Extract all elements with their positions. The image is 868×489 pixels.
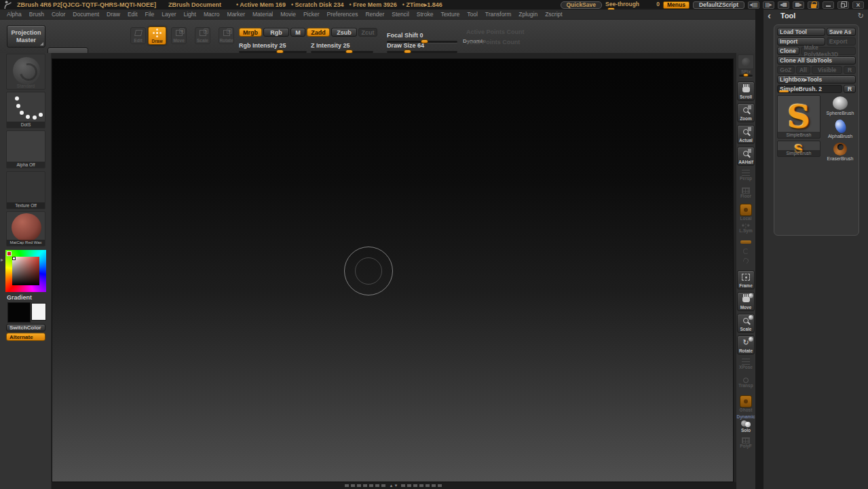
xpose-button[interactable]: XPose	[737, 359, 755, 369]
goz-r-button[interactable]: R	[844, 66, 856, 74]
tool-r-button[interactable]: R	[844, 85, 856, 93]
actual-button[interactable]: Actual	[737, 125, 755, 144]
goz-all-button[interactable]: All	[796, 66, 811, 74]
lock-icon[interactable]	[808, 1, 819, 9]
menu-marker[interactable]: Marker	[227, 11, 245, 18]
zadd-button[interactable]: Zadd	[307, 28, 330, 37]
close-button[interactable]: ×	[852, 1, 864, 9]
menu-draw[interactable]: Draw	[107, 11, 120, 18]
menu-movie[interactable]: Movie	[280, 11, 296, 18]
spix-slider[interactable]: SPix	[737, 54, 755, 77]
transp-button[interactable]: Transp	[737, 378, 755, 388]
aahalf-button[interactable]: AAHalf	[737, 147, 755, 166]
goz-visible-button[interactable]: Visible	[812, 66, 842, 74]
stroke-picker-thumbnail[interactable]: DotS	[6, 92, 45, 128]
menu-alpha[interactable]: Alpha	[7, 11, 22, 18]
next-ui-icon[interactable]: ▤▸	[793, 1, 804, 9]
ghost-button[interactable]: Ghost	[737, 395, 755, 412]
document-canvas[interactable]	[52, 58, 734, 482]
menu-brush[interactable]: Brush	[29, 11, 44, 18]
draw-mode-button[interactable]: Draw	[148, 26, 166, 45]
menu-stroke[interactable]: Stroke	[417, 11, 434, 18]
default-zscript-button[interactable]: DefaultZScript	[693, 1, 744, 9]
alphabrush-thumbnail[interactable]: AlphaBrush	[823, 120, 857, 139]
menu-render[interactable]: Render	[365, 11, 384, 18]
material-picker-thumbnail[interactable]: MatCap Red Wax	[6, 211, 45, 247]
load-tool-button[interactable]: Load Tool	[777, 28, 825, 36]
scale-mode-button[interactable]: S Scale	[195, 27, 210, 44]
frame-button[interactable]: Frame	[737, 270, 755, 289]
spherebrush-thumbnail[interactable]: SphereBrush	[823, 96, 857, 115]
menu-document[interactable]: Document	[73, 11, 99, 18]
menu-transform[interactable]: Transform	[485, 11, 511, 18]
right-tray-toggle-icon[interactable]: |||▸	[763, 1, 774, 9]
menu-file[interactable]: File	[145, 11, 155, 18]
menu-picker[interactable]: Picker	[303, 11, 320, 18]
active-tool-handle[interactable]	[779, 90, 789, 92]
menu-zplugin[interactable]: Zplugin	[518, 11, 537, 18]
clone-button[interactable]: Clone	[777, 47, 799, 55]
floor-button[interactable]: Floor	[737, 187, 755, 198]
active-tool-thumbnail[interactable]: S SimpleBrush	[777, 95, 820, 139]
bottom-tray-divider[interactable]: ▲▼	[52, 482, 736, 489]
polyf-button[interactable]: PolyF	[737, 437, 755, 448]
z-intensity-slider[interactable]: Z Intensity 25	[311, 38, 373, 53]
misc-icon-1[interactable]	[737, 249, 755, 254]
panel-back-chevron-icon[interactable]: ‹	[768, 12, 771, 20]
switch-color-button[interactable]: SwitchColor	[6, 324, 45, 331]
menu-material[interactable]: Material	[252, 11, 273, 18]
minimize-button[interactable]	[823, 1, 834, 9]
m-button[interactable]: M	[290, 28, 305, 37]
secondary-color-swatch[interactable]	[31, 303, 46, 321]
save-as-button[interactable]: Save As	[827, 28, 856, 36]
panel-reset-icon[interactable]: ↻	[858, 12, 864, 20]
gradient-label[interactable]: Gradient	[7, 294, 32, 301]
rgb-intensity-slider[interactable]: Rgb Intensity 25	[239, 38, 307, 53]
zcut-button[interactable]: Zcut	[358, 28, 377, 37]
alpha-picker-thumbnail[interactable]: Alpha Off	[6, 130, 45, 168]
eraserbrush-thumbnail[interactable]: EraserBrush	[823, 143, 857, 161]
left-tray-toggle-icon[interactable]: ◂||||	[748, 1, 759, 9]
lightbox-tools-button[interactable]: Lightbox▸Tools	[777, 75, 856, 84]
misc-icon-2[interactable]	[737, 258, 755, 264]
make-polymesh3d-button[interactable]: Make PolyMesh3D	[801, 47, 856, 55]
persp-button[interactable]: Persp	[737, 170, 755, 181]
texture-picker-thumbnail[interactable]: Texture Off	[6, 171, 45, 209]
prev-ui-icon[interactable]: ◂▤	[778, 1, 789, 9]
alternate-button[interactable]: Alternate	[6, 333, 45, 341]
hue-selector[interactable]	[7, 251, 12, 256]
menus-toggle-button[interactable]: Menus	[663, 1, 690, 9]
menu-tool[interactable]: Tool	[467, 11, 478, 18]
menu-color[interactable]: Color	[52, 11, 65, 18]
menu-edit[interactable]: Edit	[128, 11, 138, 18]
saturation-square[interactable]	[12, 257, 39, 285]
sv-selector[interactable]	[12, 257, 16, 260]
rgb-button[interactable]: Rgb	[263, 28, 289, 37]
zsub-button[interactable]: Zsub	[331, 28, 357, 37]
mrgb-button[interactable]: Mrgb	[239, 28, 262, 37]
rotate-mode-button[interactable]: R Rotate	[219, 27, 234, 44]
solo-button[interactable]: Solo	[737, 420, 755, 433]
menu-zscript[interactable]: Zscript	[545, 11, 563, 18]
active-tool-slider[interactable]: SimpleBrush. 2	[777, 85, 842, 93]
lsym-button[interactable]: ∗¦∗ L.Sym	[737, 223, 755, 233]
menu-stencil[interactable]: Stencil	[392, 11, 409, 18]
draw-size-slider[interactable]: Draw Size 64	[387, 38, 457, 53]
clone-all-subtools-button[interactable]: Clone All SubTools	[777, 56, 856, 65]
move-mode-button[interactable]: M Move	[171, 27, 187, 44]
left-tray-collapse-arrow[interactable]: ▸	[1, 257, 3, 263]
spix-handle[interactable]	[743, 73, 749, 77]
divider-arrows-icon[interactable]: ▲▼	[390, 484, 399, 488]
scale-3d-button[interactable]: Scale	[737, 314, 755, 333]
edit-mode-button[interactable]: Edit	[130, 27, 146, 44]
scroll-button[interactable]: Scroll	[737, 82, 755, 101]
simplebrush-small-thumbnail[interactable]: S SimpleBrush	[777, 141, 820, 157]
rotate-3d-button[interactable]: ↻ Rotate	[737, 336, 755, 355]
move-3d-button[interactable]: Move	[737, 292, 755, 311]
menu-preferences[interactable]: Preferences	[327, 11, 358, 18]
projection-master-button[interactable]: Projection Master	[7, 25, 45, 48]
current-tool-thumbnail[interactable]: Standard	[6, 54, 45, 90]
local-button[interactable]: Local	[737, 204, 755, 221]
menu-layer[interactable]: Layer	[162, 11, 176, 18]
see-through-slider[interactable]: See-through 0	[605, 1, 660, 10]
